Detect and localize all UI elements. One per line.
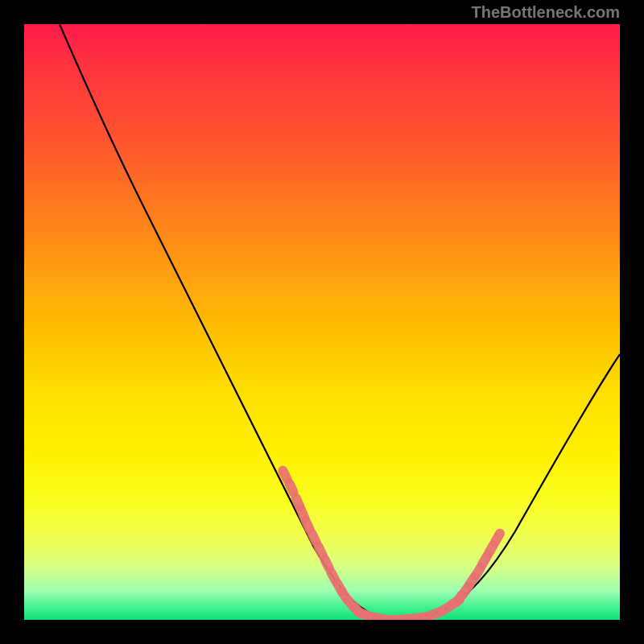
watermark-text: TheBottleneck.com <box>472 3 620 22</box>
curve-layer <box>24 24 620 620</box>
plot-area <box>24 24 620 620</box>
bottleneck-curve <box>60 24 620 619</box>
valley-marker-band <box>352 592 467 620</box>
left-marker-band <box>276 464 367 620</box>
chart-frame: TheBottleneck.com <box>0 0 644 644</box>
right-marker-band <box>449 527 506 610</box>
